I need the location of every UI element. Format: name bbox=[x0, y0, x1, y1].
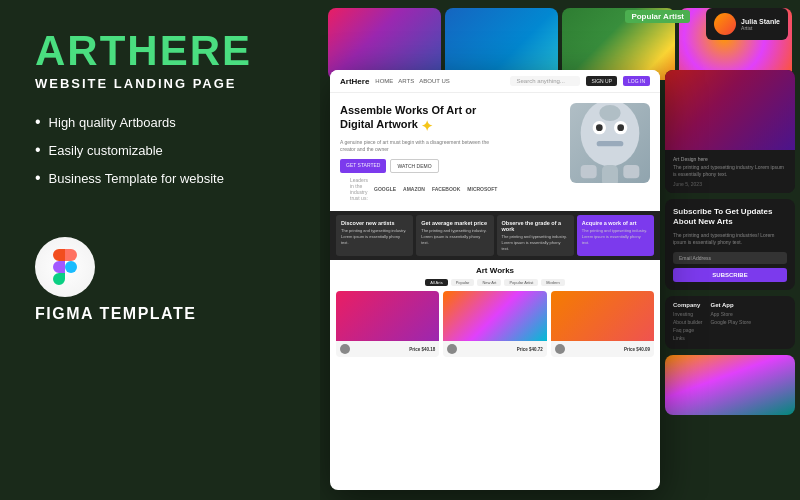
mockup-logo: ArtHere bbox=[340, 77, 369, 86]
art-grid: Price $40.18 Price $40.72 Price $40.09 bbox=[336, 291, 654, 357]
art-card-2: Price $40.72 bbox=[443, 291, 546, 357]
footer-link-faq[interactable]: Faq page bbox=[673, 327, 702, 333]
subscribe-description: The printing and typesetting industries!… bbox=[673, 232, 787, 246]
svg-point-4 bbox=[617, 124, 624, 131]
figma-logo bbox=[35, 237, 95, 297]
mockup-hero: Assemble Works Of Art or Digital Artwork… bbox=[330, 93, 660, 211]
robot-illustration bbox=[570, 103, 650, 183]
trust-logo-google: GOOGLE bbox=[374, 186, 396, 192]
watch-demo-button[interactable]: WATCH DEMO bbox=[390, 159, 438, 173]
art-image-2 bbox=[443, 291, 546, 341]
card-title-1: Discover new artists bbox=[341, 220, 408, 226]
nav-link-arts[interactable]: ARTS bbox=[398, 78, 414, 84]
art-image-1 bbox=[336, 291, 439, 341]
art-meta-1: Price $40.18 bbox=[336, 341, 439, 357]
info-card-1: Discover new artists The printing and ty… bbox=[336, 215, 413, 256]
website-mockup: ArtHere HOME ARTS ABOUT US Search anythi… bbox=[330, 70, 660, 490]
card-desc-1: The printing and typesetting industry. L… bbox=[341, 228, 408, 245]
features-list: High quality Artboards Easily customizab… bbox=[35, 113, 285, 197]
side-card-tag: Art Design here bbox=[673, 156, 787, 162]
footer-link-investing[interactable]: Investing bbox=[673, 311, 702, 317]
footer-link-appstore[interactable]: App Store bbox=[710, 311, 751, 317]
mockup-nav-links: HOME ARTS ABOUT US bbox=[375, 78, 504, 84]
trust-logo-microsoft: MICROSOFT bbox=[467, 186, 497, 192]
svg-rect-8 bbox=[581, 165, 597, 178]
footer-link-googleplay[interactable]: Google Play Store bbox=[710, 319, 751, 325]
hero-title: Assemble Works Of Art or Digital Artwork… bbox=[340, 103, 500, 135]
footer-col-app: Get App App Store Google Play Store bbox=[710, 302, 751, 343]
filter-popular[interactable]: Popular bbox=[451, 279, 475, 286]
footer-app-title: Get App bbox=[710, 302, 751, 308]
brand-title: ARTHERE bbox=[35, 30, 285, 72]
side-card-date: June 5, 2023 bbox=[673, 181, 787, 187]
trust-label: Leaders in the industry trust us: bbox=[350, 177, 368, 201]
info-card-2: Get average market price The printing an… bbox=[416, 215, 493, 256]
side-card-description: The printing and typesetting industry Lo… bbox=[673, 164, 787, 178]
footer-link-about[interactable]: About builder bbox=[673, 319, 702, 325]
left-panel: ARTHERE WEBSITE LANDING PAGE High qualit… bbox=[0, 0, 320, 500]
figma-icon bbox=[47, 249, 83, 285]
footer-company-title: Company bbox=[673, 302, 702, 308]
card-title-3: Observe the grade of a work bbox=[502, 220, 569, 232]
footer-link-links[interactable]: Links bbox=[673, 335, 702, 341]
trust-logo-facebook: FACEBOOK bbox=[432, 186, 460, 192]
art-filters: All Arts Popular New Art Popular Artist … bbox=[336, 279, 654, 286]
trust-section: Leaders in the industry trust us: GOOGLE… bbox=[340, 173, 500, 205]
side-art-design-card: Art Design here The printing and typeset… bbox=[665, 70, 795, 193]
right-panel: Popular Artist New Artist Julia Stanle A… bbox=[320, 0, 800, 500]
get-started-button[interactable]: GET STARTED bbox=[340, 159, 386, 173]
nav-link-about[interactable]: ABOUT US bbox=[419, 78, 450, 84]
artist-avatar bbox=[714, 13, 736, 35]
mockup-login-button[interactable]: LOG IN bbox=[623, 76, 650, 86]
filter-modern[interactable]: Modern bbox=[541, 279, 565, 286]
svg-rect-5 bbox=[597, 141, 624, 146]
mockup-search-input[interactable]: Search anything... bbox=[510, 76, 580, 86]
art-card-1: Price $40.18 bbox=[336, 291, 439, 357]
figma-section: FIGMA TEMPLATE bbox=[35, 237, 285, 323]
filter-new-art[interactable]: New Art bbox=[477, 279, 501, 286]
svg-rect-7 bbox=[602, 165, 618, 183]
info-cards: Discover new artists The printing and ty… bbox=[330, 211, 660, 260]
svg-rect-9 bbox=[623, 165, 639, 178]
subscribe-email-input[interactable]: Email Address bbox=[673, 252, 787, 264]
feature-item-1: High quality Artboards bbox=[35, 113, 285, 131]
star-icon: ✦ bbox=[421, 117, 433, 135]
subscribe-card: Subscribe To Get Updates About New Arts … bbox=[665, 199, 795, 290]
brand-subtitle: WEBSITE LANDING PAGE bbox=[35, 76, 285, 91]
mockup-nav: ArtHere HOME ARTS ABOUT US Search anythi… bbox=[330, 70, 660, 93]
card-title-2: Get average market price bbox=[421, 220, 488, 226]
art-card-3: Price $40.09 bbox=[551, 291, 654, 357]
side-card-image-2 bbox=[665, 355, 795, 415]
filter-all[interactable]: All Arts bbox=[425, 279, 447, 286]
feature-item-3: Business Template for website bbox=[35, 169, 285, 187]
art-price-1: Price $40.18 bbox=[409, 347, 435, 352]
art-meta-3: Price $40.09 bbox=[551, 341, 654, 357]
hero-image bbox=[570, 103, 650, 183]
filter-popular-artist[interactable]: Popular Artist bbox=[504, 279, 538, 286]
artworks-title: Art Works bbox=[336, 266, 654, 275]
side-card-image-1 bbox=[665, 70, 795, 150]
hero-description: A genuine piece of art must begin with a… bbox=[340, 139, 500, 153]
card-title-4: Acquire a work of art bbox=[582, 220, 649, 226]
svg-point-6 bbox=[599, 105, 620, 121]
art-price-2: Price $40.72 bbox=[517, 347, 543, 352]
mockup-signup-button[interactable]: SIGN UP bbox=[586, 76, 617, 86]
subscribe-button[interactable]: SUBSCRIBE bbox=[673, 268, 787, 282]
artist-card: Julia Stanle Artist bbox=[706, 8, 788, 40]
footer-col-company: Company Investing About builder Faq page… bbox=[673, 302, 702, 343]
art-artist-avatar-3 bbox=[555, 344, 565, 354]
card-desc-2: The printing and typesetting industry. L… bbox=[421, 228, 488, 245]
artist-role-label: Artist bbox=[741, 25, 780, 31]
artist-name: Julia Stanle bbox=[741, 18, 780, 25]
subscribe-title: Subscribe To Get Updates About New Arts bbox=[673, 207, 787, 228]
hero-buttons: GET STARTED WATCH DEMO bbox=[340, 159, 500, 173]
side-abstract-card bbox=[665, 355, 795, 415]
footer-links-card: Company Investing About builder Faq page… bbox=[665, 296, 795, 349]
feature-item-2: Easily customizable bbox=[35, 141, 285, 159]
nav-link-home[interactable]: HOME bbox=[375, 78, 393, 84]
info-card-3: Observe the grade of a work The printing… bbox=[497, 215, 574, 256]
figma-label: FIGMA TEMPLATE bbox=[35, 305, 196, 323]
side-card-content-1: Art Design here The printing and typeset… bbox=[665, 150, 795, 193]
trust-logo-amazon: AMAZON bbox=[403, 186, 425, 192]
mockup-hero-text: Assemble Works Of Art or Digital Artwork… bbox=[340, 103, 500, 205]
